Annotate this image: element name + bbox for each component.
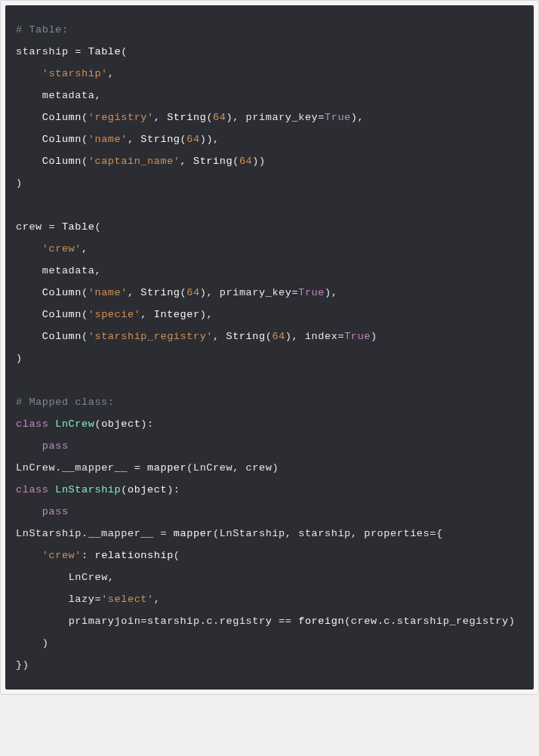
kw-class: class (16, 418, 49, 430)
punct: ( (121, 484, 128, 495)
punct: , (358, 112, 365, 123)
code-block: # Table: starship = Table( 'starship', m… (5, 5, 534, 690)
punct: , (154, 112, 161, 123)
fn-column: Column (42, 112, 82, 123)
cls-object: object (128, 484, 167, 495)
op-eq: = (128, 462, 147, 474)
ident-lncrew: LnCrew (193, 462, 233, 474)
fn-mapper: mapper (147, 462, 186, 474)
punct: ( (180, 287, 187, 298)
punct: ( (82, 331, 88, 342)
punct: ) (167, 484, 174, 495)
punct: , (351, 528, 358, 539)
attr-c: c (206, 616, 213, 627)
punct: , (331, 287, 338, 298)
ident-starship: starship (16, 46, 69, 57)
op-eq: = (69, 46, 88, 57)
kw-primary-key: primary_key (246, 112, 319, 123)
fn-string: String (226, 331, 265, 342)
punct: , (206, 309, 213, 320)
num-64: 64 (239, 156, 252, 167)
punct: ( (344, 616, 351, 627)
punct: ( (186, 462, 193, 474)
str-starship: 'starship' (42, 68, 108, 79)
punct: ( (82, 112, 88, 123)
punct: . (213, 616, 220, 627)
attr-starship-registry: starship_registry (397, 616, 509, 627)
ident-crew: crew (246, 462, 273, 474)
num-64: 64 (272, 331, 285, 342)
punct: ( (94, 418, 101, 430)
punct: : (147, 418, 154, 430)
ident-starship: starship (298, 528, 351, 539)
fn-string: String (167, 112, 206, 123)
ident-lnstarship: LnStarship (16, 528, 82, 539)
fn-column: Column (42, 287, 82, 298)
punct: ) (42, 637, 49, 649)
punct: , (213, 331, 220, 342)
ident-crew: crew (351, 616, 377, 627)
const-true: True (344, 331, 371, 342)
cls-lncrew: LnCrew (55, 418, 94, 430)
punct: ( (121, 46, 128, 57)
punct: ) (351, 112, 358, 123)
punct: ( (206, 112, 213, 123)
punct: : (174, 484, 180, 495)
num-64: 64 (213, 112, 226, 123)
punct: , (292, 331, 299, 342)
punct: ( (82, 156, 88, 167)
punct: , (154, 594, 161, 605)
str-name: 'name' (88, 134, 128, 145)
ident-lncrew: LnCrew (69, 572, 108, 583)
punct: ) (259, 156, 266, 167)
attr-mapper: __mapper__ (88, 528, 154, 539)
fn-string: String (193, 156, 233, 167)
ident-metadata: metadata (42, 90, 95, 101)
punct: , (233, 112, 239, 123)
attr-registry: registry (220, 616, 273, 627)
comment: # Mapped class: (16, 397, 115, 408)
punct: ( (82, 309, 88, 320)
punct: ( (213, 528, 220, 539)
punct: , (140, 309, 147, 320)
punct: ) (252, 156, 259, 167)
punct: , (213, 134, 220, 145)
ident-lncrew: LnCrew (16, 462, 55, 474)
punct: ( (82, 134, 88, 145)
punct: , (180, 156, 187, 167)
ident-starship: starship (147, 616, 200, 627)
punct: ( (174, 550, 180, 561)
punct: , (94, 265, 101, 276)
attr-c: c (383, 616, 390, 627)
kw-primaryjoin: primaryjoin (69, 616, 141, 627)
punct: , (128, 287, 134, 298)
fn-integer: Integer (154, 309, 200, 320)
kw-pass: pass (42, 440, 69, 452)
str-select: 'select' (101, 594, 154, 605)
kw-primary-key: primary_key (220, 287, 292, 298)
op-eq: = (42, 221, 62, 233)
num-64: 64 (186, 287, 199, 298)
punct: ) (206, 134, 213, 145)
ident-metadata: metadata (42, 265, 95, 276)
num-64: 64 (186, 134, 199, 145)
punct: ( (94, 221, 101, 233)
op-eq: = (154, 528, 174, 539)
punct: , (128, 134, 134, 145)
punct: ) (272, 462, 279, 474)
str-starship-registry: 'starship_registry' (88, 331, 213, 342)
ident-lnstarship: LnStarship (220, 528, 285, 539)
const-true: True (325, 112, 351, 123)
punct: , (108, 68, 115, 79)
punct: . (390, 616, 397, 627)
punct: , (233, 462, 239, 474)
punct: ) (509, 616, 516, 627)
str-captain: 'captain_name' (88, 156, 180, 167)
comment: # Table: (16, 24, 69, 35)
punct: . (55, 462, 62, 474)
attr-mapper: __mapper__ (62, 462, 128, 474)
punct: ) (23, 659, 29, 671)
punct: , (206, 287, 213, 298)
fn-string: String (140, 287, 180, 298)
cls-lnstarship: LnStarship (55, 484, 121, 495)
